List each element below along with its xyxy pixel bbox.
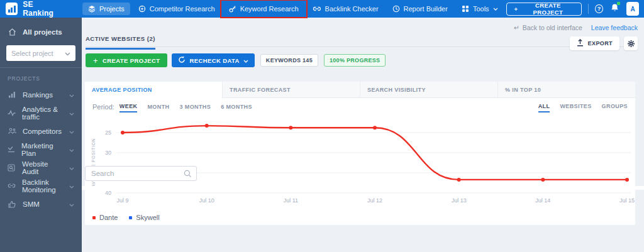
key-icon [229,5,236,13]
plus-icon: + [93,56,98,65]
nav-tools[interactable]: Tools [456,3,504,15]
sidebar-item-website-audit[interactable]: Website Audit [0,158,82,177]
main-nav: Projects Competitor Research Keyword Res… [82,0,506,18]
sidebar-item-analytics-traffic[interactable]: Analytics & traffic [0,104,82,122]
chevron-down-icon [69,128,74,135]
active-websites-tab[interactable]: ACTIVE WEBSITES (2) [86,35,155,50]
sidebar-item-marketing-plan[interactable]: Marketing Plan [0,140,82,158]
user-avatar[interactable]: A [626,2,639,16]
period-row: Period: WEEK MONTH 3 MONTHS 6 MONTHS ALL… [85,98,635,116]
tab-search-visibility[interactable]: SEARCH VISIBILITY [360,82,497,98]
actions-row: + CREATE PROJECT RECHECK DATA KEYWORDS 1… [86,53,386,67]
plus-icon: + [514,6,518,13]
competitors-icon [8,128,16,134]
keywords-badge: KEYWORDS 145 [260,54,318,67]
settings-gear-icon[interactable] [624,36,638,50]
notification-dot [617,2,620,5]
period-6-months[interactable]: 6 MONTHS [221,102,252,112]
layers-icon [88,5,96,13]
nav-keyword-research[interactable]: Keyword Research [223,3,304,15]
brand-name: SE Ranking [23,0,64,18]
create-project-button-top[interactable]: + CREATE PROJECT [506,3,582,16]
period-3-months[interactable]: 3 MONTHS [179,102,211,112]
sidebar-item-backlink-monitoring[interactable]: Backlink Monitoring [0,177,82,195]
thumbs-up-icon [8,200,16,208]
chart-legend: Dante Skywell [85,211,635,224]
tab-traffic-forecast[interactable]: TRAFFIC FORECAST [222,82,360,98]
search-box [85,166,197,181]
rankings-icon [8,91,16,98]
recheck-data-button[interactable]: RECHECK DATA [172,53,254,67]
scope-tabs: ALL WEBSITES GROUPS [528,101,628,112]
se-ranking-app: SE Ranking Projects Competitor Research … [0,0,644,252]
chart-tabs: AVERAGE POSITION TRAFFIC FORECAST SEARCH… [85,82,635,98]
marketing-plan-icon [8,146,15,153]
svg-text:40: 40 [105,190,111,196]
sidebar-item-competitors[interactable]: Competitors [0,122,82,140]
refresh-icon [178,56,186,65]
export-button[interactable]: EXPORT [570,36,619,50]
chevron-down-icon [69,182,74,190]
main-content: ↵ Back to old interface Leave feedback A… [82,18,644,252]
tab-percent-in-top10[interactable]: % IN TOP 10 [497,82,635,98]
radar-icon [138,5,146,13]
next-card-edge [82,186,644,190]
nav-projects[interactable]: Projects [82,3,130,15]
clock-icon [392,5,400,13]
scope-all[interactable]: ALL [538,101,550,112]
chevron-down-icon [69,109,74,117]
topbar: SE Ranking Projects Competitor Research … [0,0,644,18]
sidebar-all-projects[interactable]: All projects [0,23,82,41]
nav-backlink-checker[interactable]: Backlink Checker [307,3,384,15]
topbar-right: + CREATE PROJECT ? A [506,2,639,16]
grid-icon [462,5,469,13]
svg-text:Jul 10: Jul 10 [199,197,214,204]
notifications-bell-icon[interactable] [611,3,619,14]
svg-text:25: 25 [105,129,111,136]
period-week[interactable]: WEEK [119,101,138,112]
period-month[interactable]: MONTH [147,102,169,112]
legend-item-dante[interactable]: Dante [92,214,118,221]
home-icon [8,28,16,36]
chart-svg: 25303540AVERAGE POSITIONJul 9Jul 10Jul 1… [85,116,635,211]
sidebar: All projects Select project PROJECTS Ran… [0,18,82,252]
search-input[interactable] [85,166,197,181]
legend-item-skywell[interactable]: Skywell [129,214,159,221]
export-icon [577,39,584,48]
chevron-down-icon [243,57,248,64]
website-audit-icon [8,164,16,172]
topbar-divider [588,4,589,14]
chevron-down-icon [69,91,74,99]
create-project-button[interactable]: + CREATE PROJECT [86,53,167,67]
leave-feedback-link[interactable]: Leave feedback [591,24,638,31]
help-icon[interactable]: ? [595,4,603,13]
average-position-chart: 25303540AVERAGE POSITIONJul 9Jul 10Jul 1… [85,116,635,211]
svg-text:Jul 11: Jul 11 [284,197,298,204]
scope-groups[interactable]: GROUPS [602,101,628,112]
svg-text:Jul 12: Jul 12 [367,197,382,204]
period-label: Period: [92,103,114,111]
chevron-down-icon [69,146,74,153]
nav-report-builder[interactable]: Report Builder [387,3,453,15]
sidebar-item-rankings[interactable]: Rankings [0,85,82,104]
chevron-down-icon [493,8,498,11]
backlink-monitoring-icon [8,182,16,189]
return-arrow-icon: ↵ [514,24,519,31]
progress-badge: 100% PROGRESS [324,54,386,67]
sidebar-divider [0,67,82,68]
chart-card: AVERAGE POSITION TRAFFIC FORECAST SEARCH… [85,82,635,225]
select-project-dropdown[interactable]: Select project [6,45,75,61]
nav-competitor-research[interactable]: Competitor Research [133,3,221,15]
scope-websites[interactable]: WEBSITES [560,101,591,112]
svg-text:Jul 15: Jul 15 [619,197,635,204]
search-icon [184,169,192,180]
top-links: ↵ Back to old interface Leave feedback [514,24,638,31]
se-ranking-logo[interactable] [6,3,18,15]
back-to-old-interface-link[interactable]: ↵ Back to old interface [514,24,582,31]
export-row: EXPORT [570,36,638,50]
svg-text:Jul 9: Jul 9 [116,197,128,204]
tab-average-position[interactable]: AVERAGE POSITION [85,82,222,98]
link-icon [313,5,321,13]
sidebar-item-smm[interactable]: SMM [0,195,82,213]
sidebar-section-label: PROJECTS [0,73,82,85]
